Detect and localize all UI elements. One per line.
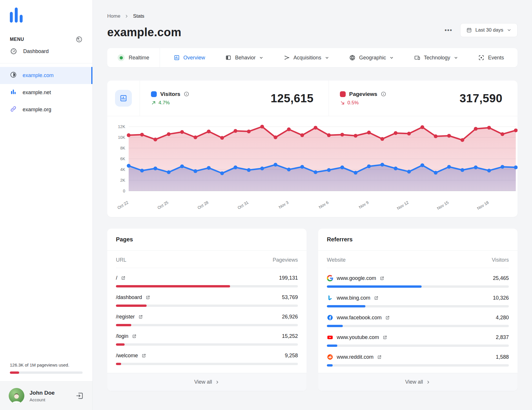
arrow-up-right-icon — [151, 100, 156, 105]
stat-row: Visitors 4.7% 125,615 — [107, 81, 518, 116]
svg-text:6K: 6K — [120, 156, 125, 161]
info-icon[interactable] — [184, 91, 189, 97]
events-icon — [478, 54, 484, 61]
avatar — [9, 388, 24, 404]
pageviews-label: Pageviews — [349, 91, 377, 97]
chevron-down-icon — [454, 56, 458, 60]
sidebar: MENU Dashboard — [0, 0, 93, 410]
pageviews-swatch — [340, 91, 346, 97]
account-role: Account — [30, 397, 70, 402]
sidebar-item-example.org[interactable]: example.org — [0, 101, 92, 118]
tab-technology[interactable]: Technology — [414, 54, 458, 61]
chevron-down-icon — [389, 56, 394, 60]
tab-behavior[interactable]: Behavior — [225, 54, 263, 61]
external-link-icon — [121, 276, 126, 280]
youtube-icon — [327, 334, 333, 340]
sidebar-item-label: Dashboard — [23, 48, 49, 54]
referrers-view-all-button[interactable]: View all — [318, 373, 518, 391]
date-range-button[interactable]: Last 30 days — [460, 23, 518, 37]
reddit-icon — [327, 354, 333, 360]
technology-icon — [414, 54, 420, 61]
page-link[interactable]: / — [116, 275, 126, 281]
visitors-change: 4.7% — [151, 100, 189, 106]
page-link[interactable]: /dashboard — [116, 294, 150, 300]
pageviews-stat: Pageviews 0.5% 317,590 — [329, 81, 518, 116]
referrer-link[interactable]: www.facebook.com — [327, 314, 390, 321]
google-icon — [327, 275, 333, 281]
page-bar — [116, 324, 298, 326]
sidebar-item-dashboard[interactable]: Dashboard — [0, 43, 92, 60]
traffic-chart: 02K4K6K8K10K12K Oct 22Oct 25Oct 28Oct 31… — [107, 116, 518, 217]
svg-text:0: 0 — [123, 189, 125, 193]
chevron-down-icon — [325, 56, 329, 60]
facebook-icon — [327, 314, 333, 321]
tab-events[interactable]: Events — [478, 54, 504, 61]
svg-text:Oct 22: Oct 22 — [116, 200, 129, 210]
referrers-col-website: Website — [327, 257, 346, 263]
referrer-link[interactable]: www.bing.com — [327, 295, 379, 301]
page-row: /dashboard 53,769 — [116, 294, 298, 307]
page-value: 53,769 — [282, 294, 298, 300]
svg-text:Oct 25: Oct 25 — [156, 200, 169, 210]
app-root: MENU Dashboard — [0, 0, 532, 410]
referrers-col-visitors: Visitors — [492, 257, 509, 263]
info-icon[interactable] — [381, 91, 386, 97]
referrer-row: www.bing.com 10,326 — [327, 295, 509, 307]
page-link[interactable]: /login — [116, 333, 137, 339]
link-icon — [10, 105, 17, 114]
section-tabbar: Realtime Overview Behavior Acquisitions … — [107, 48, 518, 67]
arrow-down-right-icon — [340, 100, 345, 105]
theme-toggle-icon[interactable] — [76, 36, 83, 43]
usage-text: 126.3K of 1M pageviews used. — [10, 362, 83, 367]
page-row: /welcome 9,258 — [116, 353, 298, 365]
usage-meter: 126.3K of 1M pageviews used. — [0, 362, 92, 381]
pages-view-all-button[interactable]: View all — [107, 373, 307, 391]
external-link-icon — [377, 355, 382, 360]
external-link-icon — [385, 315, 390, 320]
referrer-value: 2,837 — [496, 334, 509, 340]
realtime-dot-icon — [118, 54, 125, 61]
page-bar — [116, 285, 298, 287]
tab-acquisitions[interactable]: Acquisitions — [284, 54, 329, 61]
referrers-card-title: Referrers — [318, 229, 518, 251]
referrer-link[interactable]: www.google.com — [327, 275, 385, 281]
pageviews-change: 0.5% — [340, 100, 386, 106]
referrer-link[interactable]: www.reddit.com — [327, 354, 382, 360]
svg-text:12K: 12K — [118, 124, 125, 129]
tab-geographic[interactable]: Geographic — [349, 54, 394, 61]
svg-text:8K: 8K — [120, 146, 125, 150]
chevron-down-icon — [507, 28, 511, 32]
barchart-icon — [10, 88, 17, 97]
page-row: /register 26,926 — [116, 314, 298, 326]
page-value: 199,131 — [279, 275, 298, 281]
chevron-right-icon — [426, 380, 431, 385]
referrer-row: www.google.com 25,465 — [327, 275, 509, 288]
page-value: 9,258 — [285, 353, 298, 359]
page-bar — [116, 305, 298, 307]
sidebar-item-example.com[interactable]: example.com — [0, 67, 92, 84]
page-link[interactable]: /register — [116, 314, 143, 320]
page-link[interactable]: /welcome — [116, 353, 146, 359]
svg-text:Nov 6: Nov 6 — [318, 200, 329, 209]
overview-icon — [174, 54, 180, 61]
sidebar-item-example.net[interactable]: example.net — [0, 84, 92, 101]
page-bar — [116, 363, 298, 365]
tab-overview[interactable]: Overview — [174, 54, 205, 61]
referrer-bar — [327, 325, 509, 327]
svg-text:10K: 10K — [118, 135, 125, 140]
breadcrumb-current: Stats — [133, 13, 144, 19]
account-section[interactable]: John Doe Account — [0, 381, 92, 410]
logout-icon[interactable] — [76, 392, 84, 400]
external-link-icon — [374, 296, 379, 300]
tab-realtime[interactable]: Realtime — [107, 48, 160, 67]
visitors-label: Visitors — [160, 91, 180, 97]
breadcrumb-home[interactable]: Home — [107, 13, 120, 19]
page-row: /login 15,252 — [116, 333, 298, 346]
referrer-bar — [327, 345, 509, 347]
referrer-link[interactable]: www.youtube.com — [327, 334, 387, 340]
overview-card: Visitors 4.7% 125,615 — [107, 81, 518, 217]
chart-icon — [115, 90, 132, 107]
referrer-bar — [327, 285, 509, 288]
more-options-button[interactable]: ••• — [445, 27, 453, 34]
chevron-down-icon — [259, 56, 263, 60]
